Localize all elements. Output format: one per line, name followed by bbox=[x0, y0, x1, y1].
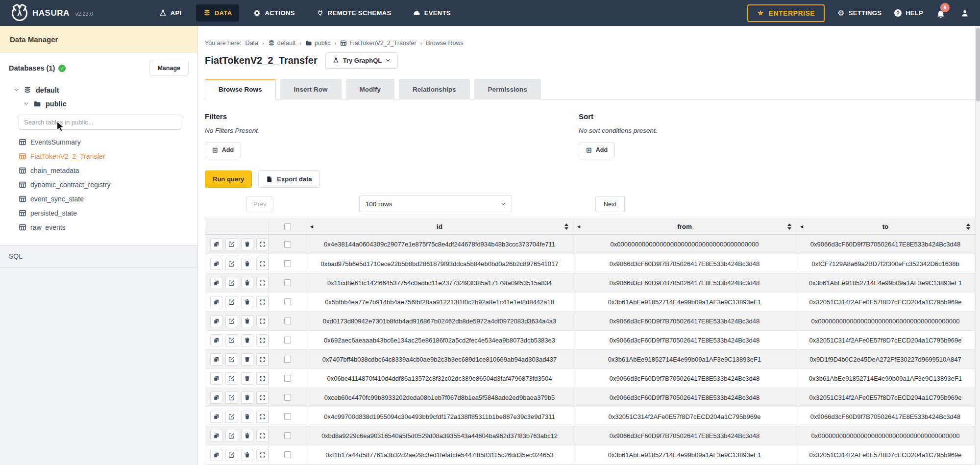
sidebar-table-chain-metadata[interactable]: chain_metadata bbox=[19, 163, 189, 177]
collapse-column-icon[interactable]: ◀ bbox=[310, 224, 313, 229]
help-button[interactable]: ? HELP bbox=[894, 9, 923, 17]
row-expand-button[interactable] bbox=[256, 449, 269, 461]
add-filter-button[interactable]: ⊞ Add bbox=[205, 143, 241, 157]
collapse-column-icon[interactable]: ◀ bbox=[577, 224, 580, 229]
nav-item-api[interactable]: API bbox=[152, 4, 189, 22]
row-copy-button[interactable] bbox=[210, 296, 222, 308]
settings-button[interactable]: ⚙ SETTINGS bbox=[837, 9, 882, 17]
row-select-checkbox[interactable] bbox=[284, 260, 291, 267]
scrollbar-thumb[interactable] bbox=[976, 28, 980, 101]
enterprise-button[interactable]: ★ ENTERPRISE bbox=[747, 4, 825, 22]
row-edit-button[interactable] bbox=[225, 296, 238, 308]
chevron-down-icon[interactable] bbox=[14, 86, 19, 94]
row-edit-button[interactable] bbox=[225, 353, 238, 366]
row-edit-button[interactable] bbox=[225, 315, 238, 327]
row-select-checkbox[interactable] bbox=[284, 432, 291, 439]
row-expand-button[interactable] bbox=[256, 258, 269, 270]
tab-relationships[interactable]: Relationships bbox=[399, 79, 470, 99]
row-delete-button[interactable] bbox=[241, 372, 253, 385]
row-expand-button[interactable] bbox=[256, 277, 269, 289]
row-select-checkbox[interactable] bbox=[284, 413, 291, 420]
row-copy-button[interactable] bbox=[210, 277, 222, 289]
row-edit-button[interactable] bbox=[225, 277, 238, 289]
row-expand-button[interactable] bbox=[256, 334, 269, 346]
row-select-checkbox[interactable] bbox=[284, 394, 291, 401]
breadcrumb-root[interactable]: Data bbox=[245, 40, 258, 47]
row-edit-button[interactable] bbox=[225, 392, 238, 404]
row-copy-button[interactable] bbox=[210, 392, 222, 404]
row-select-checkbox[interactable] bbox=[284, 318, 291, 324]
breadcrumb-item-public[interactable]: public bbox=[305, 40, 331, 47]
row-copy-button[interactable] bbox=[210, 372, 222, 385]
row-copy-button[interactable] bbox=[210, 430, 222, 442]
breadcrumb-item-fiattokenv2-2-transfer[interactable]: FiatTokenV2_2_Transfer bbox=[340, 40, 416, 47]
sort-column-icon[interactable] bbox=[787, 223, 792, 230]
row-delete-button[interactable] bbox=[241, 277, 253, 289]
row-delete-button[interactable] bbox=[241, 449, 253, 461]
row-copy-button[interactable] bbox=[210, 238, 222, 250]
row-expand-button[interactable] bbox=[256, 238, 269, 250]
sidebar-table-eventssummary[interactable]: EventsSummary bbox=[19, 135, 189, 149]
sidebar-table-dynamic-contract-registry[interactable]: dynamic_contract_registry bbox=[19, 177, 189, 192]
collapse-column-icon[interactable]: ◀ bbox=[800, 224, 803, 229]
tree-node-database[interactable]: default bbox=[9, 83, 189, 97]
row-copy-button[interactable] bbox=[210, 258, 222, 270]
row-select-checkbox[interactable] bbox=[284, 375, 291, 382]
row-edit-button[interactable] bbox=[225, 238, 238, 250]
row-delete-button[interactable] bbox=[241, 430, 253, 442]
row-edit-button[interactable] bbox=[225, 449, 238, 461]
sidebar-table-event-sync-state[interactable]: event_sync_state bbox=[19, 192, 189, 206]
sidebar-table-raw-events[interactable]: raw_events bbox=[19, 220, 189, 234]
add-sort-button[interactable]: ⊞ Add bbox=[579, 143, 615, 157]
row-expand-button[interactable] bbox=[256, 315, 269, 327]
search-tables-input[interactable] bbox=[19, 115, 181, 130]
row-copy-button[interactable] bbox=[210, 353, 222, 366]
notifications-button[interactable]: 8 bbox=[936, 7, 948, 20]
row-copy-button[interactable] bbox=[210, 411, 222, 423]
tab-permissions[interactable]: Permissions bbox=[474, 79, 541, 99]
row-select-checkbox[interactable] bbox=[284, 241, 291, 248]
export-data-button[interactable]: Export data bbox=[258, 171, 320, 188]
run-query-button[interactable]: Run query bbox=[205, 171, 252, 188]
row-expand-button[interactable] bbox=[256, 372, 269, 385]
row-delete-button[interactable] bbox=[241, 353, 253, 366]
row-copy-button[interactable] bbox=[210, 315, 222, 327]
row-edit-button[interactable] bbox=[225, 411, 238, 423]
select-all-checkbox[interactable] bbox=[284, 223, 291, 230]
row-delete-button[interactable] bbox=[241, 258, 253, 270]
row-edit-button[interactable] bbox=[225, 258, 238, 270]
vertical-scrollbar[interactable] bbox=[975, 26, 980, 465]
row-select-checkbox[interactable] bbox=[284, 279, 291, 286]
manage-button[interactable]: Manage bbox=[149, 61, 189, 75]
row-expand-button[interactable] bbox=[256, 430, 269, 442]
row-expand-button[interactable] bbox=[256, 392, 269, 404]
sidebar-item-sql[interactable]: SQL bbox=[0, 245, 197, 268]
row-copy-button[interactable] bbox=[210, 449, 222, 461]
row-copy-button[interactable] bbox=[210, 334, 222, 346]
chevron-down-icon[interactable] bbox=[24, 100, 29, 108]
tree-node-schema[interactable]: public bbox=[9, 97, 189, 111]
nav-item-remote-schemas[interactable]: REMOTE SCHEMAS bbox=[309, 4, 399, 22]
row-delete-button[interactable] bbox=[241, 238, 253, 250]
row-expand-button[interactable] bbox=[256, 353, 269, 366]
next-page-button[interactable]: Next bbox=[595, 196, 625, 212]
row-delete-button[interactable] bbox=[241, 296, 253, 308]
breadcrumb-item-default[interactable]: default bbox=[268, 40, 296, 47]
sidebar-table-persisted-state[interactable]: persisted_state bbox=[19, 206, 189, 220]
sidebar-table-fiattokenv2-2-transfer[interactable]: FiatTokenV2_2_Transfer bbox=[19, 149, 189, 163]
sort-column-icon[interactable] bbox=[564, 223, 569, 230]
row-edit-button[interactable] bbox=[225, 372, 238, 385]
row-delete-button[interactable] bbox=[241, 334, 253, 346]
try-graphql-button[interactable]: Try GraphQL bbox=[325, 52, 398, 69]
nav-item-events[interactable]: EVENTS bbox=[406, 4, 458, 22]
page-size-select[interactable]: 100 rows bbox=[359, 196, 512, 212]
tab-insert-row[interactable]: Insert Row bbox=[280, 79, 342, 99]
row-delete-button[interactable] bbox=[241, 315, 253, 327]
breadcrumb-item-browse-rows[interactable]: Browse Rows bbox=[426, 40, 463, 47]
nav-item-data[interactable]: DATA bbox=[196, 4, 240, 22]
row-delete-button[interactable] bbox=[241, 392, 253, 404]
user-menu-button[interactable] bbox=[960, 9, 969, 18]
row-edit-button[interactable] bbox=[225, 334, 238, 346]
row-select-checkbox[interactable] bbox=[284, 337, 291, 343]
nav-item-actions[interactable]: ACTIONS bbox=[246, 4, 302, 22]
